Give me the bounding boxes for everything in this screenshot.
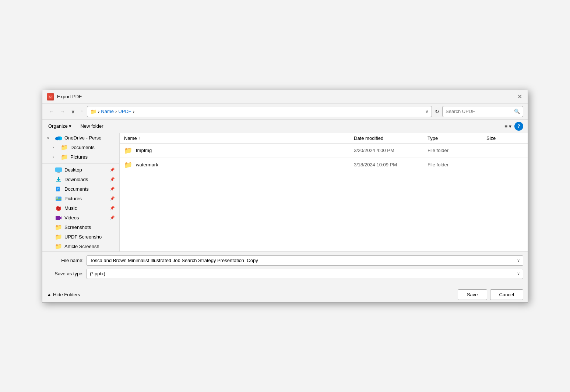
action-bar-left: Organize ▾ New folder xyxy=(47,123,105,130)
watermark-name: watermark xyxy=(136,162,354,167)
videos-pin-icon: 📌 xyxy=(110,215,115,220)
watermark-date: 3/18/2024 10:09 PM xyxy=(354,162,428,167)
save-type-value: (*.pptx) xyxy=(90,271,517,276)
svg-text:U: U xyxy=(49,95,52,99)
view-button[interactable]: ≡ ▾ xyxy=(503,122,513,131)
sort-arrow: ↑ xyxy=(138,136,140,140)
updf-screenshots-label: UPDF Screensho xyxy=(64,234,115,240)
close-button[interactable]: ✕ xyxy=(516,93,523,100)
dialog-title: Export PDF xyxy=(57,94,82,99)
address-path: › Name › UPDF › xyxy=(98,109,424,114)
col-type-header[interactable]: Type xyxy=(428,135,486,141)
address-updf: UPDF xyxy=(118,109,131,114)
videos-label: Videos xyxy=(64,215,108,220)
music-icon xyxy=(55,205,62,211)
tmpimg-type: File folder xyxy=(428,148,486,153)
pictures-qa-label: Pictures xyxy=(64,196,108,201)
tmpimg-date: 3/20/2024 4:00 PM xyxy=(354,148,428,153)
address-bar[interactable]: 📁 › Name › UPDF › ∨ xyxy=(87,106,432,117)
documents-qa-label: Documents xyxy=(64,186,108,192)
onedrive-expand-icon: ∨ xyxy=(47,136,53,140)
save-type-input[interactable]: (*.pptx) ∨ xyxy=(87,269,523,279)
organize-button[interactable]: Organize ▾ xyxy=(47,123,73,130)
onedrive-icon xyxy=(55,135,62,141)
view-icon: ≡ xyxy=(504,123,507,129)
sidebar-item-pictures-qa[interactable]: Pictures 📌 xyxy=(42,194,119,204)
hide-folders-label: Hide Folders xyxy=(53,292,80,297)
pictures-expand-icon: › xyxy=(53,155,59,159)
forward-button[interactable]: → xyxy=(58,107,67,116)
sidebar-item-music[interactable]: Music 📌 xyxy=(42,204,119,213)
save-type-dropdown-arrow: ∨ xyxy=(517,271,520,276)
sidebar-item-updf-screenshots[interactable]: 📁 UPDF Screensho xyxy=(42,232,119,242)
address-documents: Name xyxy=(101,109,114,114)
documents-qa-pin-icon: 📌 xyxy=(110,187,115,191)
sidebar-item-videos[interactable]: Videos 📌 xyxy=(42,213,119,223)
desktop-label: Desktop xyxy=(64,167,108,173)
sidebar: ∨ OneDrive - Perso › 📁 Documents xyxy=(42,133,120,251)
col-date-header[interactable]: Date modified xyxy=(354,135,428,141)
updf-screenshots-folder-icon: 📁 xyxy=(55,234,62,240)
search-icon: 🔍 xyxy=(514,109,520,114)
article-screenshots-folder-icon: 📁 xyxy=(55,244,62,250)
file-name-input[interactable]: Tosca and Brown Minimalist Illustrated J… xyxy=(87,255,523,266)
sidebar-item-screenshots[interactable]: 📁 Screenshots xyxy=(42,223,119,232)
screenshots-folder-icon: 📁 xyxy=(55,225,62,230)
cancel-button[interactable]: Cancel xyxy=(490,289,523,300)
refresh-button[interactable]: ↻ xyxy=(433,107,441,116)
hide-folders-icon: ▲ xyxy=(47,292,52,297)
col-name-header[interactable]: Name ↑ xyxy=(124,135,354,141)
sidebar-item-documents-tree[interactable]: › 📁 Documents xyxy=(42,143,119,152)
videos-icon xyxy=(55,215,62,221)
sidebar-item-downloads[interactable]: Downloads 📌 xyxy=(42,175,119,184)
svg-rect-5 xyxy=(55,167,62,172)
file-list: Name ↑ Date modified Type Size 📁 tmpImg … xyxy=(120,133,528,251)
file-name-dropdown-arrow: ∨ xyxy=(517,258,520,263)
article-screenshots-label: Article Screensh xyxy=(64,244,115,249)
downloads-label: Downloads xyxy=(64,177,108,182)
address-sep3: › xyxy=(133,109,134,114)
svg-rect-11 xyxy=(57,190,58,190)
downloads-pin-icon: 📌 xyxy=(110,177,115,182)
dropdown-button[interactable]: ∨ xyxy=(69,107,77,116)
pictures-qa-pin-icon: 📌 xyxy=(110,196,115,201)
sidebar-item-onedrive[interactable]: ∨ OneDrive - Perso xyxy=(42,133,119,143)
navigation-toolbar: ← → ∨ ↑ 📁 › Name › UPDF › ∨ ↻ 🔍 xyxy=(42,104,528,120)
sidebar-item-desktop[interactable]: Desktop 📌 xyxy=(42,165,119,175)
address-sep2: › xyxy=(115,109,117,114)
watermark-folder-icon: 📁 xyxy=(124,161,133,169)
sidebar-item-article-screenshots[interactable]: 📁 Article Screensh xyxy=(42,242,119,251)
new-folder-button[interactable]: New folder xyxy=(79,123,105,130)
footer-buttons: Save Cancel xyxy=(458,289,523,300)
help-button[interactable]: ? xyxy=(514,122,523,131)
footer: ▲ Hide Folders Save Cancel xyxy=(42,286,528,302)
screenshots-label: Screenshots xyxy=(64,225,115,230)
tmpimg-folder-icon: 📁 xyxy=(124,146,133,155)
search-input[interactable] xyxy=(446,109,513,114)
hide-folders-button[interactable]: ▲ Hide Folders xyxy=(47,292,80,297)
documents-qa-icon xyxy=(55,186,62,192)
bottom-area: File name: Tosca and Brown Minimalist Il… xyxy=(42,251,528,286)
address-dropdown-button[interactable]: ∨ xyxy=(425,109,429,114)
sidebar-divider xyxy=(42,163,119,164)
svg-rect-7 xyxy=(56,181,61,182)
export-pdf-dialog: U Export PDF ✕ ← → ∨ ↑ 📁 › Name › UPDF ›… xyxy=(42,90,528,303)
list-header: Name ↑ Date modified Type Size xyxy=(120,133,528,144)
sidebar-item-pictures-tree[interactable]: › 📁 Pictures xyxy=(42,152,119,162)
file-name-label: File name: xyxy=(47,258,84,263)
save-type-label: Save as type: xyxy=(47,271,84,276)
table-row[interactable]: 📁 tmpImg 3/20/2024 4:00 PM File folder xyxy=(120,144,528,158)
tmpimg-name: tmpImg xyxy=(136,148,354,153)
pictures-tree-label: Pictures xyxy=(70,154,115,160)
svg-rect-6 xyxy=(57,172,60,173)
up-button[interactable]: ↑ xyxy=(78,107,85,116)
music-label: Music xyxy=(64,205,108,211)
save-button[interactable]: Save xyxy=(458,289,487,300)
table-row[interactable]: 📁 watermark 3/18/2024 10:09 PM File fold… xyxy=(120,158,528,172)
back-button[interactable]: ← xyxy=(47,107,56,116)
action-bar-right: ≡ ▾ ? xyxy=(503,122,523,131)
search-box: 🔍 xyxy=(442,106,523,117)
sidebar-item-documents-qa[interactable]: Documents 📌 xyxy=(42,184,119,194)
col-date-label: Date modified xyxy=(354,135,383,141)
col-size-header[interactable]: Size xyxy=(486,135,523,141)
